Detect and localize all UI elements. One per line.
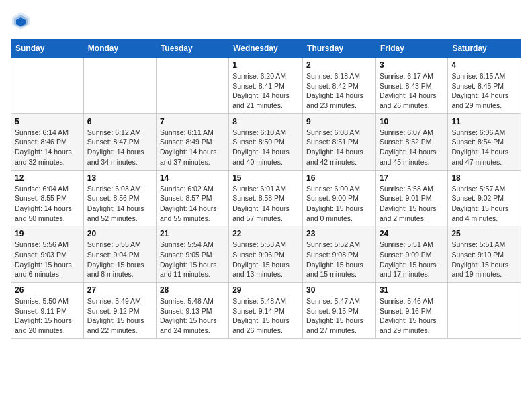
day-number: 15: [232, 173, 299, 183]
calendar-cell: 7Sunrise: 6:11 AM Sunset: 8:49 PM Daylig…: [156, 113, 228, 170]
calendar-cell: [448, 283, 521, 339]
calendar-cell: [11, 58, 84, 114]
day-info: Sunrise: 6:01 AM Sunset: 8:58 PM Dayligh…: [232, 184, 299, 224]
day-info: Sunrise: 6:10 AM Sunset: 8:50 PM Dayligh…: [232, 128, 299, 167]
week-row-4: 19Sunrise: 5:56 AM Sunset: 9:03 PM Dayli…: [11, 226, 521, 283]
day-info: Sunrise: 6:11 AM Sunset: 8:49 PM Dayligh…: [160, 128, 225, 167]
calendar-cell: 14Sunrise: 6:02 AM Sunset: 8:57 PM Dayli…: [156, 170, 228, 226]
day-info: Sunrise: 6:15 AM Sunset: 8:45 PM Dayligh…: [451, 71, 517, 111]
day-number: 31: [380, 285, 444, 295]
day-number: 7: [160, 117, 225, 126]
calendar-cell: 9Sunrise: 6:08 AM Sunset: 8:51 PM Daylig…: [303, 113, 376, 170]
day-number: 18: [451, 173, 517, 183]
day-number: 28: [160, 285, 225, 295]
day-number: 9: [306, 117, 372, 126]
calendar-cell: 2Sunrise: 6:18 AM Sunset: 8:42 PM Daylig…: [303, 58, 376, 114]
day-number: 6: [87, 117, 152, 126]
day-number: 8: [232, 117, 299, 126]
day-number: 13: [87, 173, 152, 183]
day-info: Sunrise: 5:51 AM Sunset: 9:09 PM Dayligh…: [380, 240, 444, 279]
calendar-cell: 13Sunrise: 6:03 AM Sunset: 8:56 PM Dayli…: [83, 170, 156, 226]
calendar-cell: 16Sunrise: 6:00 AM Sunset: 9:00 PM Dayli…: [303, 170, 376, 226]
day-info: Sunrise: 5:53 AM Sunset: 9:06 PM Dayligh…: [232, 240, 299, 279]
day-info: Sunrise: 6:03 AM Sunset: 8:56 PM Dayligh…: [87, 184, 152, 224]
day-info: Sunrise: 5:57 AM Sunset: 9:02 PM Dayligh…: [451, 184, 517, 224]
calendar-cell: 21Sunrise: 5:54 AM Sunset: 9:05 PM Dayli…: [156, 226, 228, 283]
day-number: 24: [380, 229, 444, 238]
header-cell-friday: Friday: [375, 40, 447, 58]
day-info: Sunrise: 6:00 AM Sunset: 9:00 PM Dayligh…: [306, 184, 372, 224]
calendar-cell: 10Sunrise: 6:07 AM Sunset: 8:52 PM Dayli…: [375, 113, 447, 170]
day-info: Sunrise: 6:20 AM Sunset: 8:41 PM Dayligh…: [232, 71, 299, 111]
calendar-cell: 24Sunrise: 5:51 AM Sunset: 9:09 PM Dayli…: [375, 226, 447, 283]
day-info: Sunrise: 6:04 AM Sunset: 8:55 PM Dayligh…: [15, 184, 80, 224]
calendar-cell: 15Sunrise: 6:01 AM Sunset: 8:58 PM Dayli…: [229, 170, 303, 226]
calendar-cell: 28Sunrise: 5:48 AM Sunset: 9:13 PM Dayli…: [156, 283, 228, 339]
calendar-table: SundayMondayTuesdayWednesdayThursdayFrid…: [11, 39, 521, 339]
day-number: 14: [160, 173, 225, 183]
day-info: Sunrise: 6:14 AM Sunset: 8:46 PM Dayligh…: [15, 128, 80, 167]
day-info: Sunrise: 6:06 AM Sunset: 8:54 PM Dayligh…: [451, 128, 517, 167]
page-header: [11, 11, 521, 31]
calendar-cell: 12Sunrise: 6:04 AM Sunset: 8:55 PM Dayli…: [11, 170, 84, 226]
day-info: Sunrise: 5:51 AM Sunset: 9:10 PM Dayligh…: [451, 240, 517, 279]
calendar-cell: 20Sunrise: 5:55 AM Sunset: 9:04 PM Dayli…: [83, 226, 156, 283]
header-cell-tuesday: Tuesday: [156, 40, 228, 58]
calendar-cell: [156, 58, 228, 114]
day-info: Sunrise: 6:08 AM Sunset: 8:51 PM Dayligh…: [306, 128, 372, 167]
calendar-cell: 30Sunrise: 5:47 AM Sunset: 9:15 PM Dayli…: [303, 283, 376, 339]
calendar-cell: 1Sunrise: 6:20 AM Sunset: 8:41 PM Daylig…: [229, 58, 303, 114]
calendar-cell: 11Sunrise: 6:06 AM Sunset: 8:54 PM Dayli…: [448, 113, 521, 170]
calendar-cell: 3Sunrise: 6:17 AM Sunset: 8:43 PM Daylig…: [375, 58, 447, 114]
day-info: Sunrise: 6:07 AM Sunset: 8:52 PM Dayligh…: [380, 128, 444, 167]
day-info: Sunrise: 5:56 AM Sunset: 9:03 PM Dayligh…: [15, 240, 80, 279]
calendar-cell: 18Sunrise: 5:57 AM Sunset: 9:02 PM Dayli…: [448, 170, 521, 226]
calendar-cell: 8Sunrise: 6:10 AM Sunset: 8:50 PM Daylig…: [229, 113, 303, 170]
calendar-cell: 22Sunrise: 5:53 AM Sunset: 9:06 PM Dayli…: [229, 226, 303, 283]
day-number: 22: [232, 229, 299, 238]
day-info: Sunrise: 5:52 AM Sunset: 9:08 PM Dayligh…: [306, 240, 372, 279]
calendar-cell: 27Sunrise: 5:49 AM Sunset: 9:12 PM Dayli…: [83, 283, 156, 339]
day-info: Sunrise: 5:48 AM Sunset: 9:13 PM Dayligh…: [160, 296, 225, 336]
logo-icon: [11, 11, 31, 31]
day-info: Sunrise: 5:49 AM Sunset: 9:12 PM Dayligh…: [87, 296, 152, 336]
day-info: Sunrise: 5:47 AM Sunset: 9:15 PM Dayligh…: [306, 296, 372, 336]
week-row-1: 1Sunrise: 6:20 AM Sunset: 8:41 PM Daylig…: [11, 58, 521, 114]
day-number: 30: [306, 285, 372, 295]
day-number: 29: [232, 285, 299, 295]
day-info: Sunrise: 6:02 AM Sunset: 8:57 PM Dayligh…: [160, 184, 225, 224]
calendar-cell: 26Sunrise: 5:50 AM Sunset: 9:11 PM Dayli…: [11, 283, 84, 339]
header-cell-monday: Monday: [83, 40, 156, 58]
day-info: Sunrise: 5:55 AM Sunset: 9:04 PM Dayligh…: [87, 240, 152, 279]
calendar-cell: [83, 58, 156, 114]
calendar-cell: 17Sunrise: 5:58 AM Sunset: 9:01 PM Dayli…: [375, 170, 447, 226]
week-row-5: 26Sunrise: 5:50 AM Sunset: 9:11 PM Dayli…: [11, 283, 521, 339]
day-number: 27: [87, 285, 152, 295]
logo: [11, 11, 34, 31]
day-info: Sunrise: 6:12 AM Sunset: 8:47 PM Dayligh…: [87, 128, 152, 167]
day-number: 26: [15, 285, 80, 295]
day-number: 20: [87, 229, 152, 238]
calendar-cell: 5Sunrise: 6:14 AM Sunset: 8:46 PM Daylig…: [11, 113, 84, 170]
day-number: 3: [380, 60, 444, 70]
calendar-cell: 19Sunrise: 5:56 AM Sunset: 9:03 PM Dayli…: [11, 226, 84, 283]
day-info: Sunrise: 5:58 AM Sunset: 9:01 PM Dayligh…: [380, 184, 444, 224]
day-number: 12: [15, 173, 80, 183]
calendar-cell: 25Sunrise: 5:51 AM Sunset: 9:10 PM Dayli…: [448, 226, 521, 283]
day-info: Sunrise: 6:17 AM Sunset: 8:43 PM Dayligh…: [380, 71, 444, 111]
header-cell-wednesday: Wednesday: [229, 40, 303, 58]
day-number: 11: [451, 117, 517, 126]
day-number: 17: [380, 173, 444, 183]
calendar-cell: 23Sunrise: 5:52 AM Sunset: 9:08 PM Dayli…: [303, 226, 376, 283]
day-number: 25: [451, 229, 517, 238]
header-row: SundayMondayTuesdayWednesdayThursdayFrid…: [11, 40, 521, 58]
calendar-cell: 6Sunrise: 6:12 AM Sunset: 8:47 PM Daylig…: [83, 113, 156, 170]
day-number: 4: [451, 60, 517, 70]
day-number: 23: [306, 229, 372, 238]
day-number: 2: [306, 60, 372, 70]
header-cell-thursday: Thursday: [303, 40, 376, 58]
week-row-2: 5Sunrise: 6:14 AM Sunset: 8:46 PM Daylig…: [11, 113, 521, 170]
day-info: Sunrise: 5:54 AM Sunset: 9:05 PM Dayligh…: [160, 240, 225, 279]
week-row-3: 12Sunrise: 6:04 AM Sunset: 8:55 PM Dayli…: [11, 170, 521, 226]
calendar-header: SundayMondayTuesdayWednesdayThursdayFrid…: [11, 40, 521, 58]
